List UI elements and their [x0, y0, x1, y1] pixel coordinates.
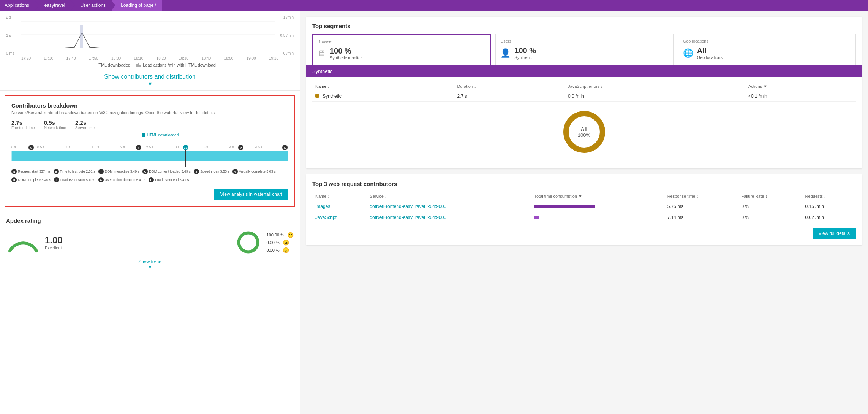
neutral-icon: 😐 [283, 240, 289, 246]
images-bar-fill [534, 205, 595, 208]
frontend-time-value: 2.7s [11, 119, 35, 126]
apdex-donut-svg [236, 230, 261, 255]
waterfall-container: HTML downloaded 0 s 0.5 s 1 s 1.5 s 2 s … [11, 145, 288, 182]
web-header-requests[interactable]: Requests ↕ [802, 192, 856, 201]
web-header-service[interactable]: Service ↕ [367, 192, 531, 201]
C-circle: C [142, 169, 148, 174]
pct-frustrated-value: 0.00 % [267, 248, 280, 252]
event-A: A User action duration 5.41 s [98, 177, 146, 182]
V-circle: V [232, 169, 238, 174]
segment-card-users[interactable]: Users 👤 100 % Synthetic [495, 34, 673, 65]
event-D: D DOM complete 5.40 s [11, 177, 51, 182]
breadcrumb-nav: Applications easytravel User actions Loa… [0, 0, 868, 11]
web-header-total-time[interactable]: Total time consumption ▼ [531, 192, 664, 201]
user-icon: 👤 [500, 48, 511, 58]
javascript-service-link[interactable]: dotNetFrontend-easyTravel_x64:9000 [370, 215, 446, 220]
web-row-js-service[interactable]: dotNetFrontend-easyTravel_x64:9000 [367, 212, 531, 223]
top-segments-section: Top segments Browser 🖥 100 % Synthetic m… [306, 17, 862, 168]
geo-card-title: Geo locations [683, 39, 851, 43]
event-Eend: E Load event end 5.41 s [149, 177, 189, 182]
nav-easytravel[interactable]: easytravel [35, 0, 71, 11]
event-B-label: Time to first byte 2.51 s [60, 170, 95, 173]
show-contributors-link[interactable]: Show contributors and distribution ▾ [0, 70, 300, 91]
web-row-images-name[interactable]: Images [312, 201, 367, 212]
nav-applications[interactable]: Applications [0, 0, 35, 11]
marker-E: E [282, 145, 288, 150]
table-row: Synthetic 2.7 s 0.0 /min <0.1 /min [312, 91, 856, 102]
nav-user-actions[interactable]: User actions [71, 0, 112, 11]
users-sub: Synthetic [514, 55, 536, 60]
table-header-js-errors[interactable]: JavaScript errors ↕ [565, 82, 745, 91]
main-chart-svg [21, 14, 275, 56]
Eend-circle: E [149, 177, 154, 182]
geo-card-body: 🌐 All Geo locations [683, 46, 851, 60]
legend-html-line [84, 65, 93, 65]
show-trend-link[interactable]: Show trend ▾ [6, 255, 294, 274]
web-requests-section: Top 3 web request contributors Name ↕ Se… [306, 174, 862, 245]
event-I: I DOM interactive 3.49 s [98, 169, 140, 174]
segment-card-browser[interactable]: Browser 🖥 100 % Synthetic monitor [312, 34, 491, 65]
show-contributors-text: Show contributors and distribution [104, 73, 196, 80]
web-row-js-name[interactable]: JavaScript [312, 212, 367, 223]
view-full-details-button[interactable]: View full details [813, 228, 856, 239]
pct-excellent-value: 100.00 % [267, 233, 284, 237]
table-header-actions[interactable]: Actions ▼ [745, 82, 856, 91]
web-row-images-response: 5.75 ms [664, 201, 738, 212]
javascript-link[interactable]: JavaScript [315, 215, 337, 220]
browser-card-values: 100 % Synthetic monitor [330, 47, 362, 60]
waterfall-bar-fill [12, 151, 288, 161]
x-label-0: 17:20 [21, 56, 31, 60]
browser-sub: Synthetic monitor [330, 56, 362, 60]
L-circle: L [54, 177, 59, 182]
x-label-8: 18:40 [201, 56, 211, 60]
images-link[interactable]: Images [315, 204, 330, 209]
apdex-percentages: 100.00 % 🙂 0.00 % 😐 0.00 % 😞 [267, 232, 294, 253]
event-D-label: DOM complete 5.40 s [18, 178, 51, 182]
table-header-duration[interactable]: Duration ↕ [454, 82, 565, 91]
timing-values: 2.7s Frontend time 0.5s Network time 2.2… [11, 119, 288, 130]
pct-tolerable-row: 0.00 % 😐 [267, 240, 294, 246]
browser-card-body: 🖥 100 % Synthetic monitor [318, 47, 485, 60]
x-label-2: 17:40 [66, 56, 76, 60]
segment-cards: Browser 🖥 100 % Synthetic monitor Users … [312, 34, 856, 65]
event-C: C DOM content loaded 3.49 s [142, 169, 191, 174]
x-label-10: 19:00 [247, 56, 256, 60]
web-row-js-failure: 0 % [738, 212, 802, 223]
event-N: N Request start 337 ms [11, 169, 51, 174]
globe-icon: 🌐 [683, 48, 693, 58]
I-circle: I [98, 169, 104, 174]
event-labels: N Request start 337 ms B Time to first b… [11, 169, 288, 182]
chart-y-right-2: 0.5 /min [275, 33, 294, 38]
users-card-values: 100 % Synthetic [514, 46, 536, 60]
segment-card-geo[interactable]: Geo locations 🌐 All Geo locations [678, 34, 856, 65]
browser-pct: 100 % [330, 47, 362, 56]
web-header-response[interactable]: Response time ↕ [664, 192, 738, 201]
row-name: Synthetic [312, 91, 454, 102]
x-label-7: 18:30 [179, 56, 188, 60]
geo-sub: Geo locations [697, 55, 723, 60]
view-waterfall-button[interactable]: View analysis in waterfall chart [214, 189, 288, 200]
x-label-4: 18:00 [111, 56, 121, 60]
chart-area: 2 s 1 s 0 ms [0, 11, 300, 70]
web-row-images-failure: 0 % [738, 201, 802, 212]
legend-load-label: Load actions /min with HTML download [143, 63, 216, 67]
images-service-link[interactable]: dotNetFrontend-easyTravel_x64:9000 [370, 204, 446, 209]
web-header-name[interactable]: Name ↕ [312, 192, 367, 201]
donut-wrapper: All 100% [561, 109, 607, 155]
event-L: L Load event start 5.40 s [54, 177, 95, 182]
web-row-images-requests: 0.15 /min [802, 201, 856, 212]
pct-frustrated-row: 0.00 % 😞 [267, 247, 294, 253]
web-header-failure[interactable]: Failure Rate ↕ [738, 192, 802, 201]
images-bar-cell [534, 205, 661, 208]
event-V: V Visually complete 5.03 s [232, 169, 276, 174]
marker-N: N [28, 145, 34, 150]
web-row-images-bar [531, 201, 664, 212]
server-time: 2.2s Server time [75, 119, 95, 130]
event-I-label: DOM interactive 3.49 s [105, 170, 140, 173]
table-header-name[interactable]: Name ↕ [312, 82, 454, 91]
users-card-body: 👤 100 % Synthetic [500, 46, 668, 60]
nav-loading-page[interactable]: Loading of page / [112, 0, 162, 11]
frontend-time: 2.7s Frontend time [11, 119, 35, 130]
web-row-images-service[interactable]: dotNetFrontend-easyTravel_x64:9000 [367, 201, 531, 212]
event-S: S Speed index 3.53 s [194, 169, 229, 174]
